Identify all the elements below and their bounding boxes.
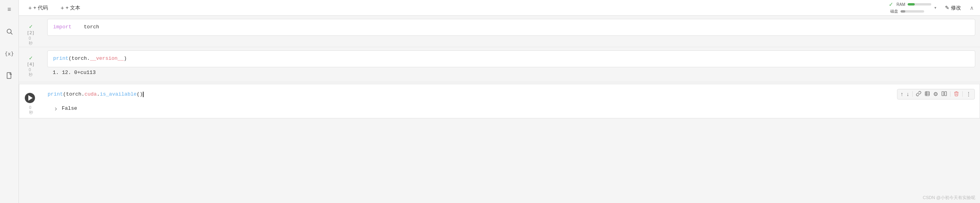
keyword-import: import bbox=[53, 24, 72, 30]
add-text-button[interactable]: + + 文本 bbox=[57, 3, 83, 13]
plus-text-icon: + bbox=[61, 4, 64, 11]
cell-3-output-text: False bbox=[62, 105, 77, 111]
split-icon[interactable] bbox=[941, 91, 947, 98]
sidebar: ≡ {x} bbox=[0, 0, 19, 203]
run-button[interactable] bbox=[25, 93, 35, 103]
code-space bbox=[75, 24, 81, 30]
cell-2-code[interactable]: print(torch.__version__) bbox=[47, 50, 975, 67]
cell-1-time: 0秒 bbox=[29, 36, 33, 46]
add-code-button[interactable]: + + 代码 bbox=[25, 3, 51, 13]
toolbar-right: ✓ RAM 磁盘 ▾ ✎ 修 bbox=[889, 1, 974, 14]
pencil-icon: ✎ bbox=[945, 5, 949, 11]
fn-is-available: is_available bbox=[100, 91, 137, 97]
disk-bar-track bbox=[901, 10, 924, 13]
dot-is: . bbox=[97, 91, 100, 97]
settings-icon[interactable]: ⚙ bbox=[933, 91, 938, 97]
cell-3-output-row: False bbox=[53, 105, 969, 112]
svg-point-0 bbox=[7, 29, 11, 33]
cell-3-toolbar: ↑ ↓ ⚙ bbox=[897, 89, 975, 100]
ram-bar-track bbox=[908, 3, 931, 6]
cells-container: ✓ [2] 0秒 import torch ✓ [4] 0秒 p bbox=[19, 16, 980, 203]
toolbar-sep-2 bbox=[950, 91, 950, 97]
svg-rect-2 bbox=[7, 73, 11, 79]
cell-2-output-text: 1. 12. 0+cu113 bbox=[53, 70, 96, 76]
paren-open2: ( bbox=[63, 91, 66, 97]
cell-2-number: [4] bbox=[27, 62, 35, 67]
cell-1-code[interactable]: import torch bbox=[47, 19, 975, 36]
sidebar-menu-icon[interactable]: ≡ bbox=[4, 4, 15, 15]
svg-rect-8 bbox=[945, 92, 947, 96]
cell-1-left: ✓ [2] 0秒 bbox=[19, 16, 42, 47]
sidebar-variables-icon[interactable]: {x} bbox=[4, 48, 15, 59]
cell-1-number: [2] bbox=[27, 30, 35, 35]
cell-3-time: 0秒 bbox=[29, 105, 33, 115]
plus-code-icon: + bbox=[28, 4, 32, 11]
comment-icon[interactable] bbox=[925, 91, 930, 98]
move-down-icon[interactable]: ↓ bbox=[906, 91, 909, 97]
delete-icon[interactable] bbox=[954, 91, 959, 98]
collapse-icon[interactable]: ∧ bbox=[970, 5, 974, 11]
cell-2-check: ✓ bbox=[29, 55, 33, 61]
parens-empty: () bbox=[137, 91, 143, 97]
cell-3-output: False bbox=[48, 103, 975, 115]
ram-check-icon: ✓ bbox=[889, 1, 893, 7]
ram-bar-row: ✓ RAM bbox=[889, 1, 931, 7]
disk-bar-row: 磁盘 bbox=[889, 9, 931, 14]
code-torch: torch bbox=[84, 24, 99, 30]
ram-label: RAM bbox=[896, 2, 905, 7]
cell-2: ✓ [4] 0秒 print(torch.__version__) 1. 12.… bbox=[19, 47, 980, 82]
link-icon[interactable] bbox=[916, 91, 921, 98]
disk-label: 磁盘 bbox=[889, 9, 898, 14]
watermark: CSDN @小初今天有实验呢 bbox=[923, 195, 975, 201]
cell-3-code[interactable]: print(torch.cuda.is_available() bbox=[48, 87, 975, 103]
output-arrow-icon bbox=[53, 106, 59, 112]
cell-3-left: 0秒 bbox=[19, 84, 43, 118]
ram-bar-fill bbox=[908, 3, 915, 6]
add-text-label: + 文本 bbox=[66, 4, 80, 11]
fn-print2: print bbox=[48, 91, 63, 97]
torch-cuda: torch. bbox=[66, 91, 85, 97]
add-code-label: + 代码 bbox=[33, 4, 48, 11]
more-icon[interactable]: ⋮ bbox=[966, 91, 971, 97]
paren-close: ) bbox=[124, 55, 127, 61]
toolbar-sep-1 bbox=[912, 91, 913, 97]
cell-3-body[interactable]: print(torch.cuda.is_available() False bbox=[43, 84, 980, 118]
ram-dropdown-arrow[interactable]: ▾ bbox=[934, 6, 936, 10]
cell-2-body[interactable]: print(torch.__version__) 1. 12. 0+cu113 bbox=[42, 47, 980, 82]
cell-3: 0秒 print(torch.cuda.is_available() False bbox=[19, 84, 980, 118]
cell-1-check: ✓ bbox=[29, 24, 33, 30]
svg-rect-7 bbox=[942, 92, 944, 96]
sidebar-search-icon[interactable] bbox=[4, 26, 15, 37]
ram-disk-bars: ✓ RAM 磁盘 bbox=[889, 1, 931, 14]
move-up-icon[interactable]: ↑ bbox=[901, 91, 903, 97]
svg-line-1 bbox=[11, 33, 12, 34]
toolbar-sep-3 bbox=[962, 91, 963, 97]
attr-cuda: cuda bbox=[85, 91, 97, 97]
cell-2-time: 0秒 bbox=[29, 68, 33, 78]
run-icon bbox=[28, 95, 33, 101]
edit-button[interactable]: ✎ 修改 bbox=[941, 3, 965, 13]
toolbar-left: + + 代码 + + 文本 bbox=[25, 3, 83, 13]
disk-bar-fill bbox=[901, 10, 905, 13]
cell-1-body[interactable]: import torch bbox=[42, 16, 980, 47]
attr-version: __version__ bbox=[90, 55, 124, 61]
cell-2-output: 1. 12. 0+cu113 bbox=[47, 67, 975, 79]
ram-disk-section: ✓ RAM 磁盘 ▾ bbox=[889, 1, 936, 14]
svg-rect-3 bbox=[925, 92, 930, 96]
toolbar: + + 代码 + + 文本 ✓ RAM bbox=[19, 0, 980, 16]
main-area: + + 代码 + + 文本 ✓ RAM bbox=[19, 0, 980, 203]
sidebar-files-icon[interactable] bbox=[4, 70, 15, 81]
cell-2-left: ✓ [4] 0秒 bbox=[19, 47, 42, 82]
paren-open: ( bbox=[68, 55, 72, 61]
watermark-text: CSDN @小初今天有实验呢 bbox=[923, 195, 975, 200]
edit-label: 修改 bbox=[951, 4, 961, 11]
torch-version: torch. bbox=[72, 55, 90, 61]
fn-print: print bbox=[53, 55, 68, 61]
cell-1: ✓ [2] 0秒 import torch bbox=[19, 16, 980, 47]
